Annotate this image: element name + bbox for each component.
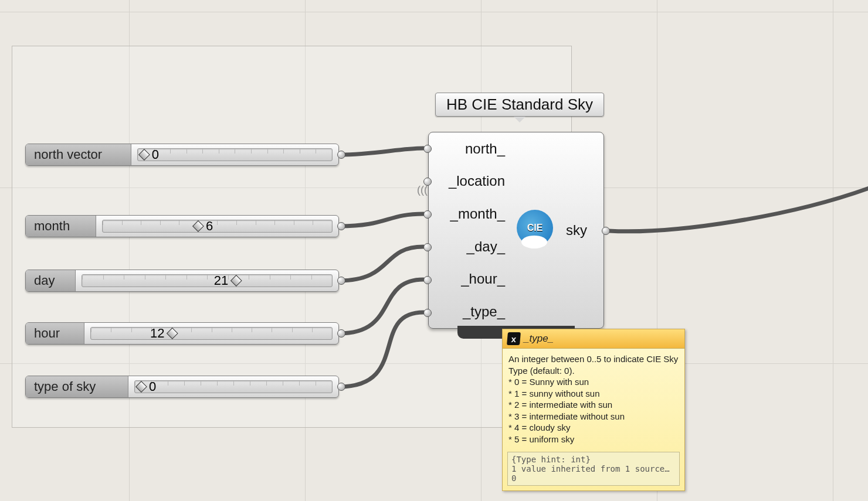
slider-knob[interactable]: 0 [137,379,156,394]
port-out-sky[interactable] [602,227,610,235]
slider-month[interactable]: month6 [25,215,339,237]
slider-type-of-sky[interactable]: type of sky0 [25,376,339,398]
slider-track[interactable]: 0 [134,380,333,393]
input-north[interactable]: north_ [440,141,505,157]
slider-output-port[interactable] [337,151,345,159]
component-output-column: sky [566,132,587,328]
slider-label: north vector [26,144,131,165]
slider-knob[interactable]: 12 [150,326,176,341]
slider-day[interactable]: day21 [25,270,339,292]
slider-track[interactable]: 0 [137,148,333,161]
tooltip-line: * 5 = uniform sky [508,434,679,445]
slider-output-port[interactable] [337,222,345,230]
tooltip-footer: {Type hint: int} 1 value inherited from … [507,452,680,486]
input-type[interactable]: _type_ [440,304,505,320]
cie-sky-icon: CIE [517,210,553,246]
tooltip-line: An integer between 0..5 to indicate CIE … [508,353,679,376]
tooltip-line: * 1 = sunny without sun [508,388,679,400]
slider-output-port[interactable] [337,383,345,391]
tooltip-line: * 4 = cloudy sky [508,422,679,434]
slider-label: type of sky [26,376,128,397]
slider-track[interactable]: 12 [90,327,333,340]
component-title-label: HB CIE Standard Sky [435,93,604,117]
slider-track[interactable]: 6 [102,220,333,233]
component-hb-cie-standard-sky[interactable]: ((( north_ _location _month_ _day_ _hour… [428,132,604,329]
slider-label: day [26,270,76,291]
slider-label: hour [26,323,84,344]
script-var-icon: x [507,332,521,345]
slider-output-port[interactable] [337,329,345,338]
slider-track[interactable]: 21 [82,274,333,287]
port-in-hour[interactable] [423,276,432,284]
volatile-indicator-icon: ((( [417,184,428,196]
tooltip-line: * 2 = intermediate with sun [508,399,679,411]
tooltip-body: An integer between 0..5 to indicate CIE … [503,349,684,449]
tooltip-line: * 0 = Sunny with sun [508,376,679,388]
port-in-north[interactable] [423,145,432,153]
type-input-tooltip: x _type_ An integer between 0..5 to indi… [502,329,685,491]
slider-knob[interactable]: 0 [140,147,159,162]
slider-north-vector[interactable]: north vector0 [25,144,339,166]
slider-hour[interactable]: hour12 [25,322,339,345]
slider-output-port[interactable] [337,277,345,285]
input-month[interactable]: _month_ [440,206,505,222]
port-in-type[interactable] [423,309,432,317]
output-sky[interactable]: sky [566,222,587,238]
slider-knob[interactable]: 6 [194,219,213,234]
port-in-day[interactable] [423,243,432,251]
tooltip-line: * 3 = intermediate without sun [508,411,679,422]
input-hour[interactable]: _hour_ [440,271,505,287]
tooltip-header: x _type_ [503,329,684,349]
input-location[interactable]: _location [440,173,505,189]
port-in-month[interactable] [423,210,432,219]
input-day[interactable]: _day_ [440,238,505,255]
slider-label: month [26,216,96,237]
port-in-location[interactable] [423,178,432,186]
tooltip-title: _type_ [524,333,554,345]
slider-knob[interactable]: 21 [214,273,240,288]
component-input-column: north_ _location _month_ _day_ _hour_ _t… [440,132,505,328]
